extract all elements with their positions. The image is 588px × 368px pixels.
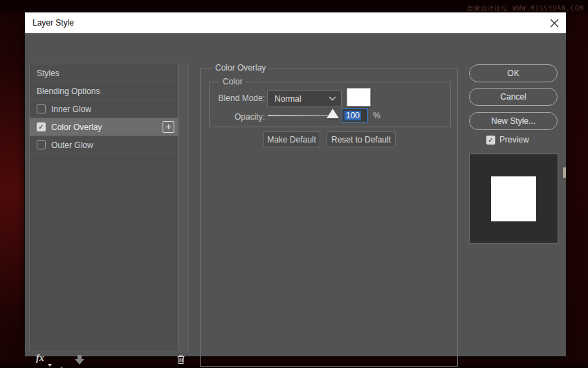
opacity-input[interactable]: 100 (342, 108, 368, 122)
sidebar-item-blending-options[interactable]: Blending Options (30, 82, 178, 100)
opacity-unit: % (373, 111, 380, 120)
dialog-titlebar[interactable]: Layer Style (25, 12, 566, 33)
delete-effect-icon[interactable] (176, 353, 186, 367)
move-effect-up-icon[interactable] (57, 355, 66, 367)
fx-menu-button[interactable]: fx (36, 353, 44, 364)
overlay-color-swatch[interactable] (347, 88, 371, 107)
sidebar-item-outer-glow[interactable]: Outer Glow (30, 136, 178, 154)
sidebar-item-label: Styles (37, 68, 59, 78)
close-icon[interactable] (544, 12, 564, 33)
outer-glow-checkbox[interactable] (37, 140, 46, 149)
sidebar-item-inner-glow[interactable]: Inner Glow (30, 100, 178, 118)
sidebar-item-color-overlay[interactable]: ✓ Color Overlay + (30, 118, 178, 136)
blend-mode-select[interactable]: Normal (267, 90, 342, 107)
sidebar-item-label: Outer Glow (51, 140, 93, 150)
layer-style-dialog: Layer Style Styles Blending Options Inne… (25, 12, 566, 356)
inner-glow-checkbox[interactable] (37, 104, 46, 113)
color-overlay-checkbox[interactable]: ✓ (37, 122, 46, 131)
blend-mode-value: Normal (268, 94, 329, 104)
reset-to-default-button[interactable]: Reset to Default (327, 131, 396, 147)
style-list-scrollbar[interactable] (178, 64, 189, 351)
subgroup-title: Color (219, 77, 246, 86)
make-default-button[interactable]: Make Default (263, 131, 320, 147)
fx-caret-icon (48, 364, 52, 367)
sidebar-item-label: Blending Options (37, 86, 100, 96)
cancel-button[interactable]: Cancel (469, 88, 558, 106)
opacity-slider-track[interactable] (268, 115, 333, 116)
sidebar-item-label: Color Overlay (51, 122, 102, 132)
style-list-toolbar: fx (29, 353, 190, 368)
sidebar-item-styles[interactable]: Styles (30, 64, 178, 82)
ok-button[interactable]: OK (469, 64, 558, 82)
blend-mode-label: Blend Mode: (212, 93, 265, 103)
opacity-value: 100 (344, 111, 361, 120)
preview-layer-square (491, 176, 536, 221)
move-effect-down-icon[interactable] (75, 355, 84, 365)
style-list: Styles Blending Options Inner Glow ✓ Col… (29, 64, 178, 351)
add-instance-button[interactable]: + (163, 121, 174, 133)
preview-toggle[interactable]: ✓ Preview (486, 135, 529, 145)
opacity-slider-thumb[interactable] (327, 109, 339, 118)
preview-label: Preview (499, 135, 529, 145)
dialog-body: Styles Blending Options Inner Glow ✓ Col… (25, 33, 566, 356)
preview-checkbox[interactable]: ✓ (486, 136, 495, 145)
group-title: Color Overlay (212, 63, 269, 73)
dialog-title: Layer Style (25, 18, 74, 28)
color-overlay-group: Color Overlay Color Blend Mode: Normal O… (200, 68, 458, 367)
new-style-button[interactable]: New Style... (469, 112, 558, 130)
sidebar-item-label: Inner Glow (51, 104, 91, 114)
opacity-label: Opacity: (212, 112, 265, 122)
dialog-edge-grip (563, 167, 566, 178)
color-subgroup: Color Blend Mode: Normal Opacity: 100 (209, 82, 451, 127)
style-preview-thumbnail (469, 154, 558, 243)
chevron-down-icon (329, 96, 341, 101)
